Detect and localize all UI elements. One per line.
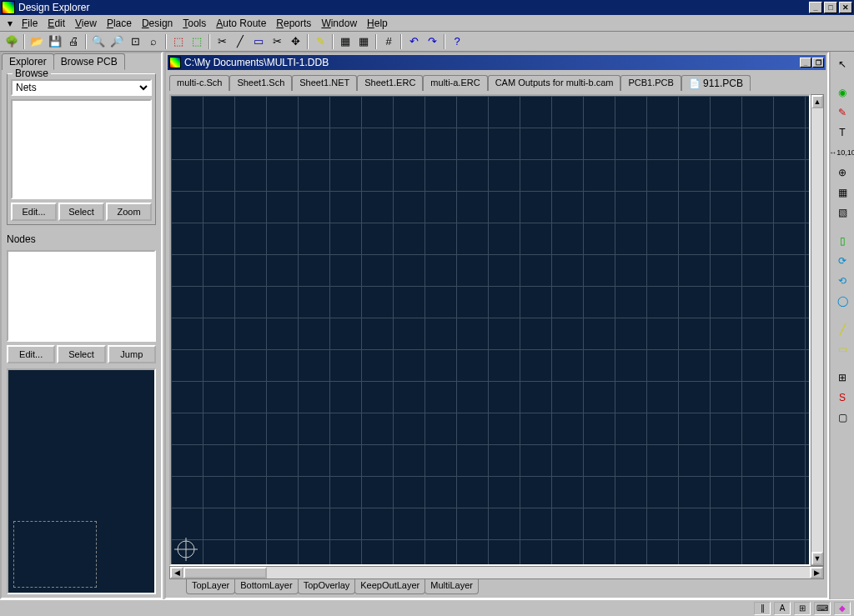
horizontal-scrollbar[interactable]: ◀ ▶ [169, 566, 824, 579]
dimension-tool-icon[interactable]: ↔10,10 [832, 143, 852, 162]
status-cell-1[interactable]: ‖ [754, 602, 771, 615]
menubar: ▾ File Edit View Place Design Tools Auto… [0, 15, 854, 32]
scroll-up-icon[interactable]: ▲ [811, 95, 823, 108]
tab-911-pcb[interactable]: 📄 911.PCB [681, 75, 751, 91]
layer-topoverlay[interactable]: TopOverlay [298, 579, 356, 594]
menu-file[interactable]: File [17, 16, 43, 31]
tab-pcb1[interactable]: PCB1.PCB [620, 75, 681, 91]
close-button[interactable]: ✕ [839, 2, 852, 13]
layer-bottom[interactable]: BottomLayer [234, 579, 298, 594]
tab-multi-a-erc[interactable]: multi-a.ERC [423, 75, 487, 91]
menu-window[interactable]: Window [316, 16, 362, 31]
menu-design[interactable]: Design [137, 16, 178, 31]
component-tool-icon[interactable]: ▯ [832, 232, 852, 250]
status-cell-4[interactable]: ⌨ [814, 602, 831, 615]
pcb-canvas[interactable] [169, 94, 811, 566]
deselect-icon[interactable]: ⬚ [188, 33, 205, 50]
layers2-icon[interactable]: ▦ [355, 33, 372, 50]
tree-icon[interactable]: 🌳 [3, 33, 20, 50]
menu-dropdown-icon[interactable]: ▾ [3, 18, 17, 29]
scroll-left-icon[interactable]: ◀ [170, 567, 183, 578]
browse-list[interactable] [11, 99, 152, 199]
board-preview[interactable] [7, 368, 156, 594]
string-tool-icon[interactable]: S [832, 388, 852, 407]
tab-browse-pcb[interactable]: Browse PCB [53, 53, 125, 70]
rect-icon[interactable]: ▭ [250, 33, 267, 50]
zoom-in-icon[interactable]: 🔍 [90, 33, 107, 50]
nodes-select-button[interactable]: Select [57, 345, 105, 363]
pad-tool-icon[interactable]: ⊕ [832, 163, 852, 182]
layer-top[interactable]: TopLayer [186, 579, 235, 594]
tab-sheet1-sch[interactable]: Sheet1.Sch [229, 75, 292, 91]
menu-help[interactable]: Help [362, 16, 393, 31]
browse-group-title: Browse [13, 68, 51, 79]
nodes-jump-button[interactable]: Jump [108, 345, 156, 363]
minimize-button[interactable]: _ [809, 2, 822, 13]
nodes-edit-button[interactable]: Edit... [7, 345, 55, 363]
polygon-tool-icon[interactable]: ▦ [832, 183, 852, 202]
select-icon[interactable]: ⬚ [170, 33, 187, 50]
rect-tool-icon[interactable]: ▭ [832, 340, 852, 358]
line-tool-icon[interactable]: ╱ [832, 320, 852, 338]
zoom-select-icon[interactable]: ⌕ [145, 33, 162, 50]
room-tool-icon[interactable]: ▢ [832, 408, 852, 427]
menu-place[interactable]: Place [102, 16, 137, 31]
tab-sheet1-erc[interactable]: Sheet1.ERC [357, 75, 423, 91]
open-icon[interactable]: 📂 [28, 33, 45, 50]
menu-edit[interactable]: Edit [43, 16, 70, 31]
browse-type-select[interactable]: Nets [11, 79, 152, 96]
save-icon[interactable]: 💾 [47, 33, 63, 50]
select-button[interactable]: Select [58, 203, 104, 221]
highlight-icon[interactable]: ✎ [312, 33, 329, 50]
status-cell-5[interactable]: ◆ [834, 602, 851, 615]
arc-cw-tool-icon[interactable]: ⟳ [832, 252, 852, 270]
canvas-grid [171, 96, 809, 564]
doc-minimize-button[interactable]: _ [800, 58, 811, 68]
menu-tools[interactable]: Tools [178, 16, 211, 31]
maximize-button[interactable]: □ [824, 2, 837, 13]
fill-tool-icon[interactable]: ▧ [832, 203, 852, 222]
zoom-button[interactable]: Zoom [106, 203, 152, 221]
document-title: C:\My Documents\MULTI-1.DDB [184, 57, 799, 68]
layer-multi[interactable]: MultiLayer [424, 579, 479, 594]
track-tool-icon[interactable]: ✎ [832, 103, 852, 122]
menu-reports[interactable]: Reports [271, 16, 316, 31]
menu-autoroute[interactable]: Auto Route [211, 16, 271, 31]
menu-view[interactable]: View [70, 16, 102, 31]
cut-icon[interactable]: ✂ [214, 33, 230, 50]
print-icon[interactable]: 🖨 [65, 33, 82, 50]
hscroll-thumb[interactable] [183, 567, 267, 578]
edit-button[interactable]: Edit... [11, 203, 57, 221]
array-tool-icon[interactable]: ⊞ [832, 368, 852, 387]
move-icon[interactable]: ✥ [287, 33, 304, 50]
undo-icon[interactable]: ↶ [405, 33, 422, 50]
zoom-fit-icon[interactable]: ⊡ [127, 33, 143, 50]
tab-multi-c-sch[interactable]: multi-c.Sch [169, 75, 229, 91]
document-titlebar: C:\My Documents\MULTI-1.DDB _ ❐ [168, 55, 826, 70]
arc-ccw-tool-icon[interactable]: ⟲ [832, 272, 852, 290]
line-icon[interactable]: ╱ [232, 33, 249, 50]
right-toolbar: ↖ ◉ ✎ T ↔10,10 ⊕ ▦ ▧ ▯ ⟳ ⟲ ◯ ╱ ▭ ⊞ S ▢ [829, 52, 854, 599]
circle-tool-icon[interactable]: ◯ [832, 292, 852, 310]
cut2-icon[interactable]: ✂ [269, 33, 285, 50]
tab-sheet1-net[interactable]: Sheet1.NET [292, 75, 357, 91]
redo-icon[interactable]: ↷ [424, 33, 440, 50]
layer-keepout[interactable]: KeepOutLayer [354, 579, 425, 594]
nodes-list[interactable] [7, 250, 156, 342]
zoom-out-icon[interactable]: 🔎 [108, 33, 125, 50]
doc-restore-button[interactable]: ❐ [812, 58, 824, 68]
text-tool-icon[interactable]: T [832, 123, 852, 142]
via-tool-icon[interactable]: ◉ [832, 83, 852, 102]
tab-cam-outputs[interactable]: CAM Outputs for multi-b.cam [488, 75, 621, 91]
vertical-scrollbar[interactable]: ▲ ▼ [811, 94, 824, 566]
help-icon[interactable]: ? [449, 33, 465, 50]
scroll-right-icon[interactable]: ▶ [810, 567, 823, 578]
status-cell-2[interactable]: A [774, 602, 791, 615]
status-cell-3[interactable]: ⊞ [794, 602, 811, 615]
main-titlebar: Design Explorer _ □ ✕ [0, 0, 854, 15]
main-toolbar: 🌳 📂 💾 🖨 🔍 🔎 ⊡ ⌕ ⬚ ⬚ ✂ ╱ ▭ ✂ ✥ ✎ ▦ ▦ # ↶ … [0, 32, 854, 52]
grid-icon[interactable]: # [380, 33, 397, 50]
cursor-tool-icon[interactable]: ↖ [832, 55, 852, 73]
scroll-down-icon[interactable]: ▼ [811, 552, 823, 565]
layers1-icon[interactable]: ▦ [337, 33, 354, 50]
